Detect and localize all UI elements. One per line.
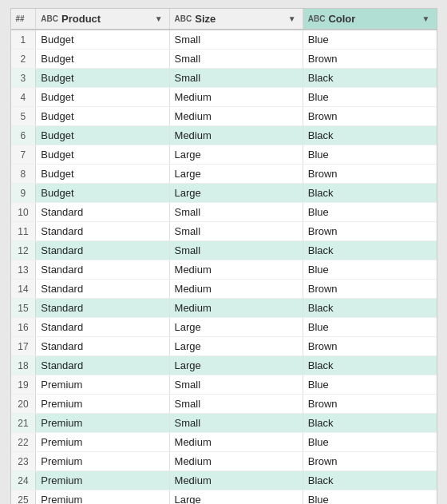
cell-color: Brown bbox=[303, 165, 436, 184]
cell-color: Black bbox=[303, 471, 436, 490]
cell-size: Large bbox=[169, 184, 303, 203]
cell-product: Premium bbox=[36, 375, 169, 395]
cell-size: Large bbox=[169, 490, 303, 505]
cell-size: Medium bbox=[169, 280, 303, 299]
cell-size: Large bbox=[169, 165, 303, 184]
cell-size: Small bbox=[169, 203, 303, 222]
cell-size: Large bbox=[169, 145, 303, 165]
cell-size: Medium bbox=[169, 126, 303, 145]
cell-color: Brown bbox=[303, 107, 436, 126]
cell-product: Budget bbox=[36, 107, 169, 126]
cell-product: Standard bbox=[36, 241, 169, 260]
cell-product: Premium bbox=[36, 433, 169, 452]
cell-color: Brown bbox=[303, 337, 436, 356]
product-type-icon: ABC bbox=[41, 14, 58, 23]
cell-color: Black bbox=[303, 299, 436, 318]
cell-color: Black bbox=[303, 356, 436, 375]
row-number: 2 bbox=[11, 50, 36, 69]
row-number: 22 bbox=[11, 433, 36, 452]
cell-color: Brown bbox=[303, 280, 436, 299]
color-type-icon: ABC bbox=[308, 14, 326, 23]
cell-product: Standard bbox=[36, 222, 169, 241]
cell-product: Budget bbox=[36, 145, 169, 165]
row-number: 15 bbox=[11, 299, 36, 318]
cell-product: Standard bbox=[36, 260, 169, 280]
row-number: 21 bbox=[11, 414, 36, 433]
cell-product: Budget bbox=[36, 30, 169, 50]
row-number: 4 bbox=[11, 88, 36, 107]
cell-size: Small bbox=[169, 375, 303, 395]
row-number: 13 bbox=[11, 260, 36, 280]
cell-size: Medium bbox=[169, 88, 303, 107]
product-header-label: Product bbox=[61, 13, 101, 25]
cell-product: Budget bbox=[36, 165, 169, 184]
data-table: ## ABC Product ▼ ABC bbox=[10, 8, 437, 504]
cell-product: Budget bbox=[36, 69, 169, 88]
cell-color: Brown bbox=[303, 222, 436, 241]
cell-product: Premium bbox=[36, 414, 169, 433]
cell-product: Standard bbox=[36, 337, 169, 356]
row-num-icon: ## bbox=[16, 14, 25, 23]
cell-color: Blue bbox=[303, 260, 436, 280]
cell-color: Brown bbox=[303, 452, 436, 471]
col-header-size[interactable]: ABC Size ▼ bbox=[169, 9, 303, 30]
row-number: 11 bbox=[11, 222, 36, 241]
size-header-label: Size bbox=[195, 13, 216, 25]
cell-size: Small bbox=[169, 222, 303, 241]
row-number: 12 bbox=[11, 241, 36, 260]
row-number: 5 bbox=[11, 107, 36, 126]
cell-color: Brown bbox=[303, 50, 436, 69]
cell-product: Standard bbox=[36, 356, 169, 375]
size-type-icon: ABC bbox=[175, 14, 192, 23]
cell-size: Medium bbox=[169, 471, 303, 490]
cell-size: Small bbox=[169, 414, 303, 433]
col-header-product[interactable]: ABC Product ▼ bbox=[36, 9, 169, 30]
col-header-color[interactable]: ABC Color ▼ bbox=[303, 9, 436, 30]
cell-size: Medium bbox=[169, 107, 303, 126]
product-filter-button[interactable]: ▼ bbox=[153, 14, 164, 23]
row-number: 18 bbox=[11, 356, 36, 375]
cell-color: Black bbox=[303, 126, 436, 145]
color-filter-button[interactable]: ▼ bbox=[421, 14, 432, 23]
cell-size: Large bbox=[169, 318, 303, 337]
row-number: 3 bbox=[11, 69, 36, 88]
cell-color: Blue bbox=[303, 318, 436, 337]
cell-size: Medium bbox=[169, 260, 303, 280]
cell-size: Medium bbox=[169, 452, 303, 471]
row-number: 6 bbox=[11, 126, 36, 145]
cell-product: Budget bbox=[36, 184, 169, 203]
row-number: 25 bbox=[11, 490, 36, 505]
cell-color: Black bbox=[303, 241, 436, 260]
row-number: 20 bbox=[11, 395, 36, 414]
cell-color: Blue bbox=[303, 203, 436, 222]
cell-color: Black bbox=[303, 69, 436, 88]
cell-color: Blue bbox=[303, 30, 436, 50]
cell-product: Premium bbox=[36, 452, 169, 471]
row-number: 23 bbox=[11, 452, 36, 471]
cell-size: Small bbox=[169, 30, 303, 50]
cell-product: Budget bbox=[36, 50, 169, 69]
cell-size: Medium bbox=[169, 433, 303, 452]
row-number: 7 bbox=[11, 145, 36, 165]
cell-color: Black bbox=[303, 414, 436, 433]
cell-color: Black bbox=[303, 184, 436, 203]
cell-color: Blue bbox=[303, 88, 436, 107]
size-filter-button[interactable]: ▼ bbox=[287, 14, 298, 23]
cell-product: Standard bbox=[36, 318, 169, 337]
cell-size: Large bbox=[169, 337, 303, 356]
row-number: 9 bbox=[11, 184, 36, 203]
cell-size: Small bbox=[169, 395, 303, 414]
row-number: 19 bbox=[11, 375, 36, 395]
row-number: 10 bbox=[11, 203, 36, 222]
row-number: 16 bbox=[11, 318, 36, 337]
cell-product: Budget bbox=[36, 88, 169, 107]
row-number: 17 bbox=[11, 337, 36, 356]
cell-size: Small bbox=[169, 50, 303, 69]
cell-color: Blue bbox=[303, 145, 436, 165]
cell-product: Standard bbox=[36, 299, 169, 318]
row-number: 1 bbox=[11, 30, 36, 50]
cell-product: Premium bbox=[36, 471, 169, 490]
cell-product: Budget bbox=[36, 126, 169, 145]
row-number: 14 bbox=[11, 280, 36, 299]
row-num-header: ## bbox=[11, 9, 36, 30]
